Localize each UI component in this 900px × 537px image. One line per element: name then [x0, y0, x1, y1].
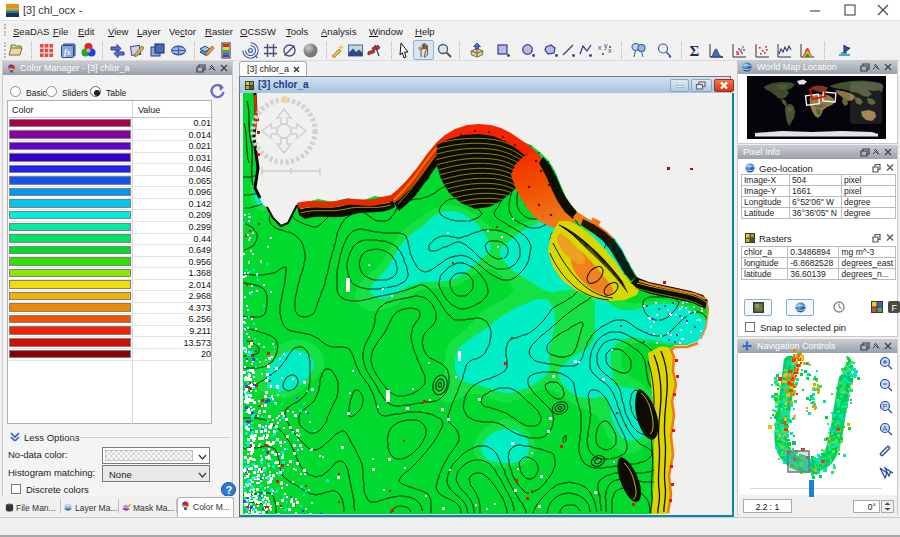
svg-text:F: F: [892, 303, 898, 313]
svg-text:P: P: [883, 403, 888, 410]
svg-text:A: A: [883, 425, 888, 432]
svg-text:Σ: Σ: [690, 43, 700, 59]
svg-text:?: ?: [226, 484, 233, 496]
svg-text:x: x: [608, 47, 612, 54]
svg-text:fx: fx: [64, 48, 71, 57]
svg-text:x: x: [598, 44, 602, 51]
